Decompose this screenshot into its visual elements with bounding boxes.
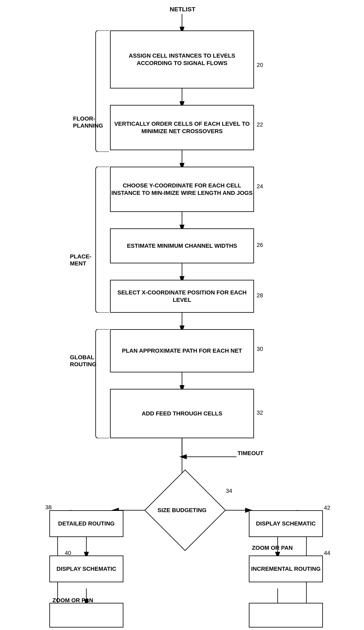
box-30: PLAN APPROXIMATE PATH FOR EACH NET <box>110 329 254 372</box>
zoom-pan-label-left: ZOOM OR PAN <box>52 597 93 604</box>
feedback-box-left <box>49 603 123 628</box>
box-20: ASSIGN CELL INSTANCES TO LEVELS ACCORDIN… <box>110 30 254 88</box>
box-32: ADD FEED THROUGH CELLS <box>110 389 254 438</box>
box-38: DETAILED ROUTING <box>49 510 123 537</box>
num-38: 38 <box>45 504 52 511</box>
num-34: 34 <box>226 488 232 494</box>
num-20: 20 <box>257 62 263 68</box>
box-42: DISPLAY SCHEMATIC <box>249 510 323 537</box>
global-routing-label: GLOBAL ROUTING <box>70 354 96 368</box>
num-30: 30 <box>257 346 263 352</box>
box-28: SELECT X-COORDINATE POSITION FOR EACH LE… <box>110 280 254 313</box>
box-24: CHOOSE Y-COORDINATE FOR EACH CELL INSTAN… <box>110 167 254 212</box>
box-26: ESTIMATE MINIMUM CHANNEL WIDTHS <box>110 228 254 263</box>
netlist-label: NETLIST <box>170 5 195 13</box>
num-44: 44 <box>324 550 330 556</box>
placement-label: PLACE- MENT <box>70 253 91 267</box>
floor-planning-brace <box>95 30 111 152</box>
num-22: 22 <box>257 122 263 128</box>
num-42: 42 <box>324 504 330 511</box>
timeout-label: TIMEOUT <box>238 450 263 457</box>
num-32: 32 <box>257 410 263 416</box>
num-28: 28 <box>257 292 263 299</box>
box-44: INCREMENTAL ROUTING <box>249 556 323 582</box>
box-40: DISPLAY SCHEMATIC <box>49 556 123 582</box>
feedback-box-right <box>249 603 323 628</box>
num-24: 24 <box>257 183 263 190</box>
diagram-container: NETLIST ASSIGN CELL INSTANCES TO LEVELS … <box>0 0 364 630</box>
placement-brace <box>95 167 111 313</box>
zoom-pan-label-right: ZOOM OR PAN <box>252 544 293 552</box>
num-26: 26 <box>257 242 263 248</box>
num-40: 40 <box>65 550 71 556</box>
diamond-34-label: SIZE BUDGETING <box>148 482 216 539</box>
global-routing-brace <box>95 329 111 438</box>
box-22: VERTICALLY ORDER CELLS OF EACH LEVEL TO … <box>110 105 254 150</box>
